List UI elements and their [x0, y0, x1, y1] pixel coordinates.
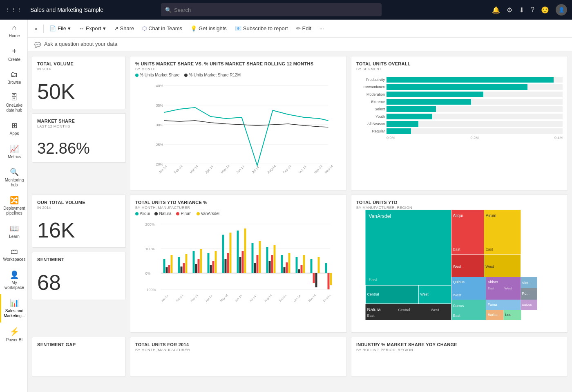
teams-icon: ⬡ — [142, 25, 147, 31]
industry-market-share-card: Industry % Market Share YOY Change BY RO… — [351, 337, 568, 377]
svg-text:25%: 25% — [156, 143, 163, 147]
sidebar-item-monitoring[interactable]: 🔍 Monitoringhub — [0, 164, 27, 192]
subscribe-button[interactable]: 📧 Subscribe to report — [232, 24, 291, 33]
export-button[interactable]: ↔ Export ▾ — [76, 24, 109, 33]
svg-text:Jun-14: Jun-14 — [236, 164, 246, 174]
chat-teams-button[interactable]: ⬡ Chat in Teams — [139, 24, 185, 33]
svg-text:Jul-14: Jul-14 — [251, 165, 260, 174]
sidebar-item-metrics[interactable]: 📈 Metrics — [0, 140, 27, 164]
treemap-subtitle: BY MANUFACTURER, REGION — [356, 206, 563, 210]
sidebar-item-myworkspace[interactable]: 👤 Myworkspace — [0, 266, 27, 294]
sidebar-item-home[interactable]: ⌂ Home — [0, 20, 27, 43]
sidebar-item-salesmarketing[interactable]: 📊 Sales andMarketing... — [0, 294, 27, 323]
download-icon[interactable]: ⬇ — [519, 6, 524, 14]
sidebar-item-learn[interactable]: 📖 Learn — [0, 220, 27, 243]
sidebar-item-workspaces[interactable]: 🗃 Workspaces — [0, 243, 27, 266]
market-share-value: 32.86% — [37, 140, 121, 157]
share-icon: ↗ — [114, 25, 118, 31]
svg-rect-43 — [210, 265, 212, 273]
learn-icon: 📖 — [10, 224, 19, 233]
sidebar-item-onelake[interactable]: 🗄 OneLakedata hub — [0, 89, 27, 117]
svg-rect-31 — [166, 267, 168, 273]
svg-rect-52 — [242, 251, 244, 273]
sidebar-label-create: Create — [8, 57, 20, 62]
sidebar-label-learn: Learn — [9, 234, 20, 239]
svg-text:West: West — [420, 292, 429, 296]
svg-text:Jun-14: Jun-14 — [234, 294, 242, 302]
svg-text:West: West — [453, 264, 462, 269]
settings-icon[interactable]: ⚙ — [507, 6, 512, 14]
svg-text:Jan-14: Jan-14 — [161, 294, 169, 302]
svg-text:Fama: Fama — [488, 302, 497, 307]
svg-text:Aug-14: Aug-14 — [267, 164, 277, 174]
bell-icon[interactable]: 🔔 — [492, 6, 500, 14]
qa-bar: 💬 Ask a question about your data — [28, 38, 572, 52]
svg-rect-61 — [274, 245, 276, 273]
svg-text:Central: Central — [398, 308, 410, 312]
svg-text:Mar-14: Mar-14 — [189, 164, 199, 175]
help-icon[interactable]: ? — [531, 6, 534, 13]
svg-text:VanArsdel: VanArsdel — [369, 213, 391, 219]
share-button[interactable]: ↗ Share — [111, 24, 138, 33]
sidebar: ⌂ Home + Create 🗂 Browse 🗄 OneLakedata h… — [0, 20, 28, 392]
lightbulb-icon: 💡 — [190, 25, 197, 31]
expand-button[interactable]: » — [31, 24, 41, 34]
sidebar-item-deployment[interactable]: 🔀 Deploymentpipelines — [0, 192, 27, 220]
insights-button[interactable]: 💡 Get insights — [187, 24, 230, 33]
svg-rect-67 — [298, 269, 300, 273]
total-units-overall-card: Total Units Overall BY SEGMENT Productiv… — [351, 56, 568, 190]
toolbar-separator-1 — [43, 25, 44, 33]
svg-text:100%: 100% — [145, 247, 155, 251]
more-button[interactable]: ··· — [316, 24, 327, 33]
sidebar-label-monitoring: Monitoringhub — [5, 178, 24, 188]
svg-rect-35 — [181, 267, 183, 273]
sidebar-label-workspaces: Workspaces — [3, 257, 26, 262]
line-chart-title: % Units Market Share vs. % Units Market … — [135, 61, 342, 66]
avatar[interactable]: 👤 — [556, 4, 567, 16]
svg-rect-56 — [257, 255, 259, 273]
metrics-icon: 📈 — [10, 144, 19, 153]
svg-rect-96 — [366, 304, 451, 320]
svg-rect-59 — [269, 261, 271, 273]
file-button[interactable]: 📄 File ▾ — [46, 24, 74, 33]
treemap-title: Total Units YTD — [356, 200, 563, 205]
sidebar-item-apps[interactable]: ⊞ Apps — [0, 117, 27, 140]
edit-icon: ✏ — [296, 25, 301, 31]
our-total-volume-value: 16K — [37, 218, 121, 242]
svg-text:East: East — [488, 287, 495, 290]
svg-rect-51 — [239, 257, 241, 273]
dashboard: Total Volume IN 2014 50K Market Share LA… — [28, 52, 572, 392]
sentiment-title: Sentiment — [37, 257, 121, 262]
face-icon[interactable]: 🙂 — [541, 6, 549, 14]
hbar-x-labels: 0.0M 0.2M 0.4M — [387, 136, 563, 140]
salesmarketing-icon: 📊 — [10, 298, 19, 307]
qa-label[interactable]: Ask a question about your data — [44, 41, 117, 48]
legend-item-2: % Units Market Share R12M — [184, 73, 241, 77]
svg-text:Feb-14: Feb-14 — [175, 294, 184, 302]
svg-text:Abbas: Abbas — [488, 280, 498, 284]
search-bar[interactable]: 🔍 — [161, 3, 382, 16]
ytd-bar-svg: 200% 100% 0% -100% — [135, 218, 342, 308]
sidebar-item-browse[interactable]: 🗂 Browse — [0, 66, 27, 89]
svg-rect-42 — [208, 253, 210, 273]
edit-button[interactable]: ✏ Edit — [293, 24, 315, 33]
svg-rect-66 — [296, 257, 298, 273]
hbar-row-allseason: All Season — [356, 121, 563, 127]
sidebar-label-metrics: Metrics — [8, 155, 21, 159]
our-total-volume-card: Our Total Volume IN 2014 16K — [32, 195, 126, 248]
total-volume-value: 50K — [37, 79, 121, 104]
browse-icon: 🗂 — [11, 70, 18, 79]
sidebar-item-powerbi[interactable]: ⚡ Power BI — [0, 323, 27, 347]
myworkspace-icon: 👤 — [10, 270, 19, 279]
kpi-column-2: Our Total Volume IN 2014 16K Sentiment 6… — [32, 195, 126, 333]
content-area: » 📄 File ▾ ↔ Export ▾ ↗ Share ⬡ Chat in … — [28, 20, 572, 392]
svg-text:Salvus: Salvus — [522, 303, 532, 307]
svg-rect-50 — [237, 231, 239, 273]
sidebar-item-create[interactable]: + Create — [0, 43, 27, 66]
sentiment-card: Sentiment 68 — [32, 252, 126, 300]
svg-text:-100%: -100% — [145, 288, 156, 292]
create-icon: + — [12, 47, 17, 56]
svg-text:Vict...: Vict... — [522, 281, 531, 285]
svg-text:Apr-14: Apr-14 — [205, 165, 214, 175]
search-input[interactable] — [174, 7, 378, 13]
